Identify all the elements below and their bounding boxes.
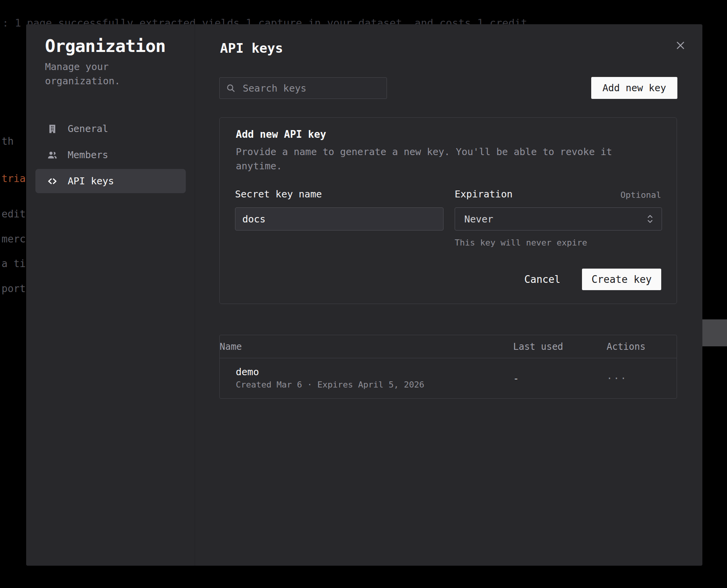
expiration-selected-value: Never (464, 214, 493, 225)
page-title: API keys (220, 40, 283, 56)
sidebar-item-api-keys[interactable]: API keys (35, 169, 186, 193)
chevron-up-down-icon (646, 214, 654, 224)
api-keys-panel: API keys Add new key Add new API key Pro… (195, 24, 702, 566)
background-text-fragment: edit (2, 208, 26, 220)
background-text-fragment: merc (2, 233, 26, 245)
secret-key-name-input[interactable] (235, 207, 444, 231)
background-text-fragment: th (2, 135, 13, 147)
organization-settings-dialog: Organization Manage your organization. G… (26, 24, 702, 566)
background-terminal-text: : 1 (2, 17, 21, 29)
cancel-button[interactable]: Cancel (522, 273, 563, 286)
sidebar-item-general[interactable]: General (35, 117, 186, 141)
key-name-cell: demo Created Mar 6 · Expires April 5, 20… (220, 366, 513, 391)
table-row: demo Created Mar 6 · Expires April 5, 20… (220, 358, 677, 398)
dialog-subtitle: Manage your organization. (45, 60, 141, 88)
column-header-actions: Actions (607, 341, 677, 352)
building-icon (47, 124, 58, 134)
sidebar-item-label: General (68, 123, 108, 134)
search-icon (226, 83, 236, 93)
search-input[interactable] (242, 82, 380, 94)
column-header-name: Name (220, 341, 513, 352)
background-text-fragment: tria (2, 173, 26, 184)
code-icon (47, 176, 58, 187)
add-new-api-key-card: Add new API key Provide a name to genera… (219, 117, 677, 304)
add-new-key-button[interactable]: Add new key (591, 77, 677, 99)
row-actions-menu-icon[interactable]: ··· (607, 373, 677, 384)
key-name: demo (236, 366, 513, 379)
background-text-fragment: a ti (2, 258, 26, 269)
settings-sidebar: Organization Manage your organization. G… (26, 24, 195, 566)
secret-key-name-label: Secret key name (235, 189, 322, 200)
search-keys-box (219, 77, 387, 99)
column-header-last-used: Last used (513, 341, 607, 352)
sidebar-item-label: Members (68, 149, 108, 160)
close-icon[interactable] (674, 39, 687, 52)
expiration-label: Expiration (455, 189, 513, 200)
expiration-select[interactable]: Never (455, 207, 662, 231)
table-header-row: Name Last used Actions (220, 335, 677, 358)
sidebar-item-label: API keys (68, 175, 114, 187)
card-actions: Cancel Create key (522, 269, 661, 290)
sidebar-item-members[interactable]: Members (35, 143, 186, 167)
card-description: Provide a name to generate a new key. Yo… (236, 145, 647, 173)
create-key-button[interactable]: Create key (582, 269, 661, 290)
key-meta: Created Mar 6 · Expires April 5, 2026 (236, 379, 513, 391)
card-title: Add new API key (236, 129, 326, 140)
optional-label: Optional (620, 190, 661, 200)
last-used-cell: - (513, 373, 607, 384)
expiration-help-text: This key will never expire (455, 238, 587, 247)
api-keys-table: Name Last used Actions demo Created Mar … (219, 335, 677, 399)
settings-nav: General Members (35, 117, 186, 193)
background-text-fragment: port (2, 283, 26, 294)
page-scrollbar-thumb[interactable] (702, 319, 727, 346)
dialog-title: Organization (45, 36, 165, 56)
members-icon (47, 150, 58, 160)
